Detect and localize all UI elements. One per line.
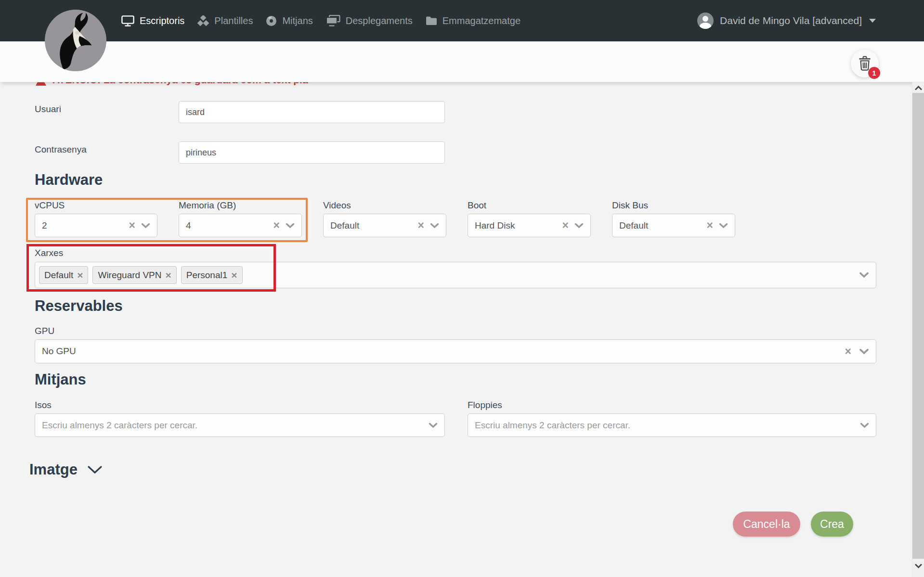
isos-label: Isos — [35, 400, 52, 410]
boot-label: Boot — [468, 200, 486, 211]
clear-icon[interactable]: × — [707, 220, 713, 231]
page-header: 1 — [0, 41, 924, 82]
folder-icon — [426, 16, 437, 26]
trash-button[interactable]: 1 — [851, 50, 879, 77]
nav-item-emmagatzematge[interactable]: Emmagatzematge — [426, 15, 521, 26]
user-menu[interactable]: David de Mingo Vila [advanced] — [697, 0, 876, 41]
contrasenya-input[interactable] — [179, 141, 445, 164]
imatge-section-toggle[interactable]: Imatge — [29, 461, 103, 478]
clear-icon[interactable]: × — [845, 346, 851, 357]
mitjans-heading: Mitjans — [35, 371, 86, 388]
chevron-down-icon — [574, 223, 584, 229]
remove-tag-icon[interactable]: × — [165, 270, 171, 280]
usuari-label: Usuari — [35, 104, 61, 115]
chevron-down-icon — [430, 223, 439, 229]
vcpus-label: vCPUS — [35, 200, 65, 211]
gpu-select[interactable]: No GPU × — [35, 339, 876, 363]
nav-label: Escriptoris — [140, 15, 184, 26]
chevron-down-icon — [859, 272, 869, 278]
nav-item-mitjans[interactable]: Mitjans — [266, 15, 312, 26]
nav-label: Emmagatzematge — [442, 15, 521, 26]
videos-select[interactable]: Default × — [323, 214, 446, 237]
disc-icon — [266, 15, 277, 26]
cancel-button[interactable]: Cancel·la — [733, 512, 800, 537]
user-name: David de Mingo Vila [advanced] — [720, 15, 862, 26]
boot-value: Hard Disk — [475, 220, 560, 231]
hardware-heading: Hardware — [35, 171, 103, 189]
clear-icon[interactable]: × — [273, 220, 280, 231]
floppies-select[interactable]: Escriu almenys 2 caràcters per cercar. — [468, 413, 876, 437]
scroll-down-icon[interactable] — [914, 563, 923, 569]
vcpus-select[interactable]: 2 × — [35, 214, 157, 237]
monitor-icon — [121, 15, 134, 26]
nav-item-escriptoris[interactable]: Escriptoris — [121, 15, 184, 26]
deployments-icon — [326, 15, 340, 26]
vertical-scrollbar[interactable] — [912, 82, 924, 577]
xarxes-tags: Default× Wireguard VPN× Personal1× — [39, 266, 859, 284]
xarxes-label: Xarxes — [35, 248, 63, 258]
nav-label: Mitjans — [282, 15, 312, 26]
nav-menu: Escriptoris Plantilles Mitjans — [121, 0, 521, 41]
network-tag: Default× — [39, 266, 88, 284]
isos-placeholder: Escriu almenys 2 caràcters per cercar. — [42, 420, 429, 431]
chevron-down-icon — [286, 223, 295, 229]
isardvdi-create-desktop-screen: ATENCIÓ! La contrasenya es guardarà com … — [0, 0, 924, 577]
videos-label: Videos — [323, 200, 351, 211]
tag-label: Default — [44, 270, 73, 281]
boot-select[interactable]: Hard Disk × — [468, 214, 591, 237]
remove-tag-icon[interactable]: × — [231, 270, 237, 280]
contrasenya-label: Contrasenya — [35, 144, 87, 155]
tag-label: Wireguard VPN — [98, 270, 161, 281]
chevron-down-icon — [141, 223, 150, 229]
chevron-down-icon — [860, 423, 869, 428]
network-tag: Personal1× — [181, 266, 243, 284]
videos-value: Default — [330, 220, 415, 231]
caret-down-icon — [869, 19, 876, 23]
floppies-label: Floppies — [468, 400, 502, 410]
isard-head-icon — [45, 10, 106, 71]
remove-tag-icon[interactable]: × — [77, 270, 83, 280]
memoria-value: 4 — [186, 220, 271, 231]
diskbus-select[interactable]: Default × — [612, 214, 735, 237]
tag-label: Personal1 — [186, 270, 228, 281]
reservables-heading: Reservables — [35, 297, 123, 315]
clear-icon[interactable]: × — [418, 220, 424, 231]
form-content: ATENCIÓ! La contrasenya es guardarà com … — [0, 0, 924, 577]
gpu-label: GPU — [35, 326, 54, 336]
main-navbar: Escriptoris Plantilles Mitjans — [0, 0, 924, 41]
gpu-value: No GPU — [42, 346, 842, 357]
memoria-select[interactable]: 4 × — [179, 214, 302, 237]
floppies-placeholder: Escriu almenys 2 caràcters per cercar. — [475, 420, 860, 431]
memoria-label: Memoria (GB) — [179, 200, 236, 211]
chevron-down-icon — [859, 348, 869, 355]
isardvdi-logo[interactable] — [45, 10, 106, 71]
chevron-down-icon — [87, 465, 103, 474]
xarxes-select[interactable]: Default× Wireguard VPN× Personal1× — [35, 262, 876, 288]
clear-icon[interactable]: × — [562, 220, 569, 231]
diskbus-label: Disk Bus — [612, 200, 648, 211]
chevron-down-icon — [429, 423, 438, 428]
usuari-input[interactable] — [179, 101, 445, 123]
chevron-down-icon — [719, 223, 728, 229]
scroll-up-icon[interactable] — [914, 85, 923, 91]
nav-label: Plantilles — [214, 15, 253, 26]
user-avatar-icon — [697, 13, 714, 29]
network-tag: Wireguard VPN× — [92, 266, 176, 284]
templates-icon — [197, 15, 209, 26]
isos-select[interactable]: Escriu almenys 2 caràcters per cercar. — [35, 413, 445, 437]
diskbus-value: Default — [619, 220, 704, 231]
trash-count-badge: 1 — [868, 67, 880, 79]
vcpus-value: 2 — [42, 220, 126, 231]
scrollbar-thumb[interactable] — [912, 93, 924, 559]
nav-item-desplegaments[interactable]: Desplegaments — [326, 15, 413, 26]
nav-label: Desplegaments — [346, 15, 413, 26]
imatge-heading: Imatge — [29, 461, 78, 478]
create-button[interactable]: Crea — [811, 512, 853, 537]
nav-item-plantilles[interactable]: Plantilles — [197, 15, 253, 26]
clear-icon[interactable]: × — [129, 220, 135, 231]
